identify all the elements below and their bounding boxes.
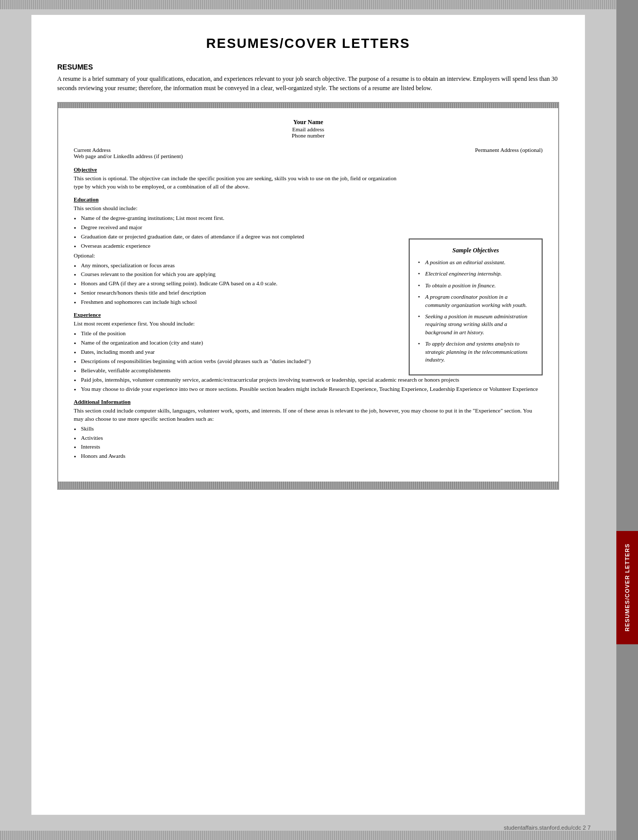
resume-body: Sample Objectives A position as an edito…	[74, 166, 543, 460]
list-item: Honors and Awards	[81, 452, 543, 460]
resume-name: Your Name	[74, 118, 543, 126]
resume-current-address-block: Current Address Web page and/or LinkedIn…	[74, 147, 183, 159]
resume-header: Your Name Email address Phone number	[74, 118, 543, 139]
sample-objectives-box: Sample Objectives A position as an edito…	[409, 238, 543, 375]
resume-current-address-label: Current Address	[74, 147, 183, 153]
education-intro: This section should include:	[74, 204, 398, 213]
resume-email: Email address	[74, 126, 543, 132]
education-bullets: Name of the degree-granting institutions…	[81, 214, 398, 250]
white-page: RESUMES/COVER LETTERS RESUMES A resume i…	[31, 14, 585, 815]
list-item: To obtain a position in finance.	[418, 282, 533, 289]
resume-phone: Phone number	[74, 132, 543, 139]
list-item: Interests	[81, 443, 543, 451]
list-item: Degree received and major	[81, 224, 398, 232]
resume-top-texture	[58, 103, 558, 108]
resume-inner: Your Name Email address Phone number Cur…	[58, 108, 558, 477]
page-title: RESUMES/COVER LETTERS	[57, 36, 559, 52]
list-item: Any minors, specialization or focus area…	[81, 262, 398, 270]
top-texture	[0, 0, 616, 9]
resume-bottom-texture	[58, 482, 558, 489]
side-tab-label: RESUMES/COVER LETTERS	[616, 531, 638, 644]
list-item: Senior research/honors thesis title and …	[81, 289, 398, 297]
list-item: Electrical engineering internship.	[418, 270, 533, 278]
objective-heading: Objective	[74, 166, 398, 173]
list-item: A position as an editorial assistant.	[418, 259, 533, 266]
additional-info-text: This section could include computer skil…	[74, 407, 543, 423]
resume-web: Web page and/or LinkedIn address (if per…	[74, 153, 183, 159]
additional-info-bullets: Skills Activities Interests Honors and A…	[81, 425, 543, 461]
list-item: A program coordinator position in a comm…	[418, 293, 533, 309]
list-item: Seeking a position in museum administrat…	[418, 313, 533, 336]
sample-objectives-title: Sample Objectives	[418, 247, 533, 254]
sample-objectives-list: A position as an editorial assistant. El…	[418, 259, 533, 364]
education-heading: Education	[74, 196, 398, 202]
education-optional-label: Optional:	[74, 252, 398, 260]
list-item: You may choose to divide your experience…	[81, 385, 543, 393]
objective-text: This section is optional. The objective …	[74, 175, 398, 191]
resume-frame: Your Name Email address Phone number Cur…	[57, 102, 559, 490]
list-item: Paid jobs, internships, volunteer commun…	[81, 376, 543, 384]
list-item: To apply decision and systems analysis t…	[418, 340, 533, 364]
list-item: Skills	[81, 425, 543, 433]
education-optional-bullets: Any minors, specialization or focus area…	[81, 262, 398, 307]
main-content: RESUMES/COVER LETTERS RESUMES A resume i…	[0, 0, 616, 840]
additional-info-heading: Additional Information	[74, 399, 543, 405]
list-item: Graduation date or projected graduation …	[81, 233, 398, 241]
list-item: Honors and GPA (if they are a strong sel…	[81, 280, 398, 288]
resume-address-row: Current Address Web page and/or LinkedIn…	[74, 147, 543, 159]
resumes-heading: RESUMES	[57, 63, 559, 71]
resume-permanent-address: Permanent Address (optional)	[475, 147, 543, 159]
list-item: Activities	[81, 434, 543, 442]
additional-info-section: Additional Information This section coul…	[74, 399, 543, 461]
resumes-intro: A resume is a brief summary of your qual…	[57, 74, 559, 93]
list-item: Freshmen and sophomores can include high…	[81, 298, 398, 306]
list-item: Name of the degree-granting institutions…	[81, 214, 398, 222]
list-item: Overseas academic experience	[81, 242, 398, 250]
bottom-texture	[0, 831, 616, 840]
footer-text: studentaffairs.stanford.edu/cdc 2 7	[0, 825, 591, 831]
list-item: Courses relevant to the position for whi…	[81, 270, 398, 279]
side-tab-right: RESUMES/COVER LETTERS	[616, 0, 638, 840]
page-wrapper: RESUMES/COVER LETTERS RESUMES/COVER LETT…	[0, 0, 638, 840]
